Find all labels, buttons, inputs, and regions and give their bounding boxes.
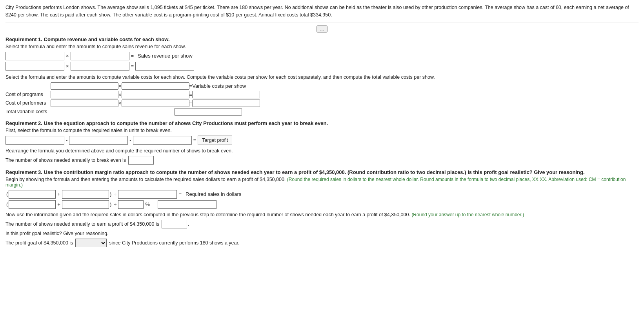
op-eq-1: = — [131, 53, 134, 59]
performers-input2[interactable] — [122, 100, 189, 107]
req3-profit-label: The profit goal of $4,350,000 is — [5, 240, 73, 246]
req3-profit-row: The profit goal of $4,350,000 is realist… — [5, 239, 639, 247]
programs-input1[interactable] — [51, 91, 118, 98]
req3-shows-label: The number of shows needed annually to e… — [5, 221, 159, 227]
programs-label: Cost of programs — [5, 92, 51, 97]
total-var-label: Total variable costs — [5, 109, 51, 114]
requirement-3-section: Requirement 3. Use the contribution marg… — [5, 169, 639, 247]
req3-profit-dropdown[interactable]: realistic not realistic — [75, 239, 107, 247]
req3-instruction2: Now use the information given and the re… — [5, 212, 639, 217]
req3-row1: ( + ) ÷ = Required sales in dollars — [5, 190, 639, 199]
performers-input1[interactable] — [51, 100, 118, 107]
sales-rev-input1b[interactable] — [71, 52, 129, 60]
req2-instruction1: First, select the formula to compute the… — [5, 128, 639, 133]
var-row-performers: Cost of performers × = — [5, 100, 639, 107]
req2-input1[interactable] — [5, 136, 64, 145]
req2-input2[interactable] — [69, 136, 128, 145]
programs-input2[interactable] — [122, 91, 189, 98]
var-input1a[interactable] — [51, 82, 118, 90]
req3-row2: ( + ) ÷ % = — [5, 200, 639, 209]
target-profit-label: Target profit — [198, 136, 232, 145]
req1-title: Requirement 1. Compute revenue and varia… — [5, 36, 639, 42]
collapsed-bar: ... — [5, 25, 639, 33]
sales-rev-input2a[interactable] — [5, 62, 64, 71]
req-sales-label: Required sales in dollars — [186, 191, 241, 197]
var-input1b[interactable] — [122, 82, 189, 90]
performers-label: Cost of performers — [5, 100, 51, 106]
total-var-result[interactable] — [174, 108, 242, 116]
break-even-input[interactable] — [128, 156, 154, 165]
sales-rev-row2: × = — [5, 62, 639, 71]
req3-shows-input[interactable] — [162, 220, 187, 228]
sales-rev-row1: × = Sales revenue per show — [5, 52, 639, 60]
req3-r2-input2[interactable] — [62, 200, 109, 209]
req3-shows-row: The number of shows needed annually to e… — [5, 220, 639, 228]
var-row-header: × = Variable costs per show — [5, 82, 639, 90]
collapsed-button[interactable]: ... — [317, 25, 327, 33]
req3-since-label: since City Productions currently perform… — [109, 240, 239, 246]
req3-r2-input3[interactable] — [118, 200, 144, 209]
sales-rev-label: Sales revenue per show — [138, 53, 192, 59]
sales-rev-input1a[interactable] — [5, 52, 64, 60]
var-row-programs: Cost of programs × = — [5, 91, 639, 98]
sales-rev-result[interactable] — [135, 62, 194, 71]
req2-formula-row: - - = Target profit — [5, 136, 639, 145]
paren-open-2: ( — [6, 201, 8, 207]
requirement-1-section: Requirement 1. Compute revenue and varia… — [5, 36, 639, 116]
req2-input3[interactable] — [133, 136, 192, 145]
sales-rev-input2b[interactable] — [71, 62, 129, 71]
requirement-2-section: Requirement 2. Use the equation approach… — [5, 120, 639, 165]
op-times-2: × — [66, 63, 69, 69]
var-costs-label: Variable costs per show — [192, 83, 246, 89]
req1-instruction1: Select the formula and enter the amounts… — [5, 44, 639, 49]
op-eq-2: = — [131, 63, 134, 69]
req3-title: Requirement 3. Use the contribution marg… — [5, 169, 639, 175]
req3-realistic-label: Is this profit goal realistic? Give your… — [5, 231, 639, 236]
req1-instruction2: Select the formula and enter the amounts… — [5, 74, 639, 80]
req2-title: Requirement 2. Use the equation approach… — [5, 120, 639, 126]
paren-close-1: ) — [110, 191, 111, 197]
intro-text: City Productions performs London shows. … — [5, 4, 639, 22]
req3-r1-input1[interactable] — [9, 190, 56, 199]
break-even-label: The number of shows needed annually to b… — [5, 158, 126, 163]
req3-instruction1: Begin by showing the formula and then en… — [5, 177, 639, 188]
paren-open-1: ( — [6, 191, 8, 197]
req2-instruction2: Rearrange the formula you determined abo… — [5, 148, 639, 154]
paren-close-2: ) — [110, 201, 111, 207]
performers-result[interactable] — [192, 100, 260, 107]
break-even-row: The number of shows needed annually to b… — [5, 156, 639, 165]
req3-r2-input1[interactable] — [9, 200, 56, 209]
programs-result[interactable] — [192, 91, 260, 98]
req3-note2: (Round your answer up to the nearest who… — [411, 212, 524, 217]
op-times-1: × — [66, 53, 69, 59]
req3-r1-input2[interactable] — [62, 190, 109, 199]
var-costs-section: × = Variable costs per show Cost of prog… — [5, 82, 639, 116]
req3-r2-result[interactable] — [158, 200, 216, 209]
req3-r1-input3[interactable] — [118, 190, 177, 199]
var-row-total: Total variable costs × = — [5, 108, 639, 116]
